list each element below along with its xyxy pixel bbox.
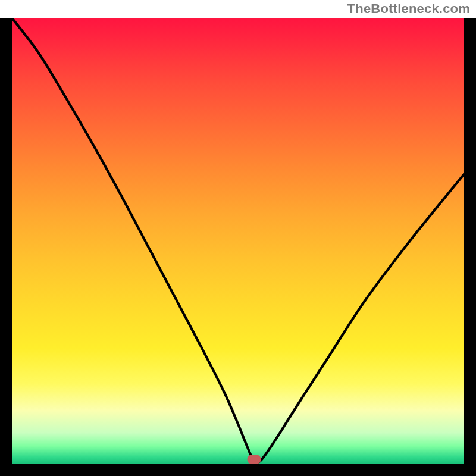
watermark-label: TheBottleneck.com <box>347 1 470 17</box>
plot-area <box>12 18 464 464</box>
chart-root: TheBottleneck.com <box>0 0 476 476</box>
bottleneck-curve <box>12 18 464 464</box>
chart-frame <box>0 18 476 476</box>
optimal-point-marker <box>247 455 261 464</box>
